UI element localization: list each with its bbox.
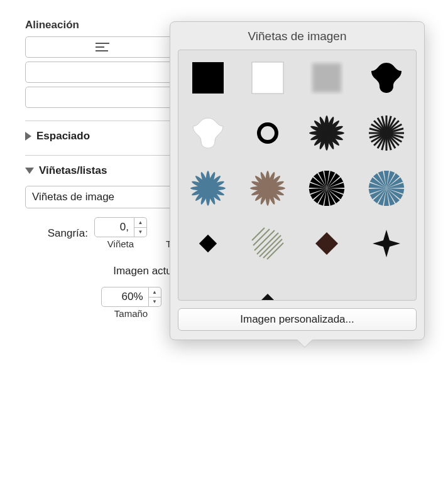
align-left-button[interactable] bbox=[25, 36, 180, 58]
image-bullets-popover: Viñetas de imagen bbox=[170, 21, 425, 340]
bullet-option-pinwheel-blue[interactable] bbox=[365, 167, 408, 210]
stepper-down-icon[interactable]: ▼ bbox=[149, 298, 161, 307]
bullet-option-black-diamond[interactable] bbox=[187, 222, 229, 265]
svg-marker-33 bbox=[258, 294, 278, 301]
indent-bullet-stepper[interactable]: ▲▼ bbox=[134, 217, 147, 237]
svg-rect-32 bbox=[199, 235, 217, 252]
stepper-down-icon[interactable]: ▼ bbox=[134, 228, 146, 237]
bullet-option-scribble-green[interactable] bbox=[246, 222, 289, 265]
stepper-up-icon[interactable]: ▲ bbox=[149, 287, 161, 298]
bullet-option-blue-starburst[interactable] bbox=[187, 167, 229, 210]
size-input[interactable]: 60% bbox=[101, 287, 149, 307]
bullet-option-white-quatrefoil[interactable] bbox=[187, 112, 229, 154]
bullet-option-black-starburst[interactable] bbox=[305, 112, 348, 154]
spacing-title: Espaciado bbox=[36, 130, 90, 142]
bullet-option-black-square[interactable] bbox=[187, 56, 229, 99]
svg-rect-15 bbox=[312, 63, 341, 92]
popover-title: Viñetas de imagen bbox=[178, 29, 417, 43]
bullet-option-black-quatrefoil[interactable] bbox=[365, 56, 408, 99]
bullets-title: Viñetas/listas bbox=[39, 164, 107, 177]
bullet-type-value: Viñetas de image bbox=[32, 191, 114, 203]
bullet-option-black-starburst-fine[interactable] bbox=[365, 112, 408, 154]
bullet-grid bbox=[178, 50, 417, 301]
chevron-down-icon bbox=[25, 168, 34, 174]
indent-bullet-sublabel: Viñeta bbox=[107, 239, 134, 249]
svg-rect-14 bbox=[252, 62, 283, 94]
bullet-option-black-ring[interactable] bbox=[246, 112, 289, 154]
indent-label: Sangría: bbox=[25, 227, 94, 240]
bullet-option-black-sparkle[interactable] bbox=[365, 222, 408, 265]
bullet-option-brown-diamond-round[interactable] bbox=[305, 222, 348, 265]
bullet-option-brown-starburst[interactable] bbox=[246, 167, 289, 210]
bullet-option-pinwheel-black[interactable] bbox=[305, 167, 348, 210]
bullet-option-gray-square-soft[interactable] bbox=[305, 56, 348, 99]
align-left-icon bbox=[94, 41, 111, 53]
bullet-option-white-square[interactable] bbox=[246, 56, 289, 99]
indent-bullet-input[interactable]: 0, bbox=[94, 217, 134, 237]
bullet-option-triangle-peek[interactable] bbox=[246, 277, 289, 301]
stepper-up-icon[interactable]: ▲ bbox=[134, 218, 146, 228]
size-stepper[interactable]: ▲▼ bbox=[149, 287, 161, 307]
size-label: Tamaño bbox=[114, 308, 148, 319]
custom-image-button[interactable]: Imagen personalizada... bbox=[178, 308, 417, 331]
popover-arrow-icon bbox=[297, 340, 312, 347]
svg-rect-13 bbox=[192, 62, 224, 94]
svg-point-16 bbox=[259, 124, 276, 142]
chevron-right-icon bbox=[25, 132, 31, 141]
